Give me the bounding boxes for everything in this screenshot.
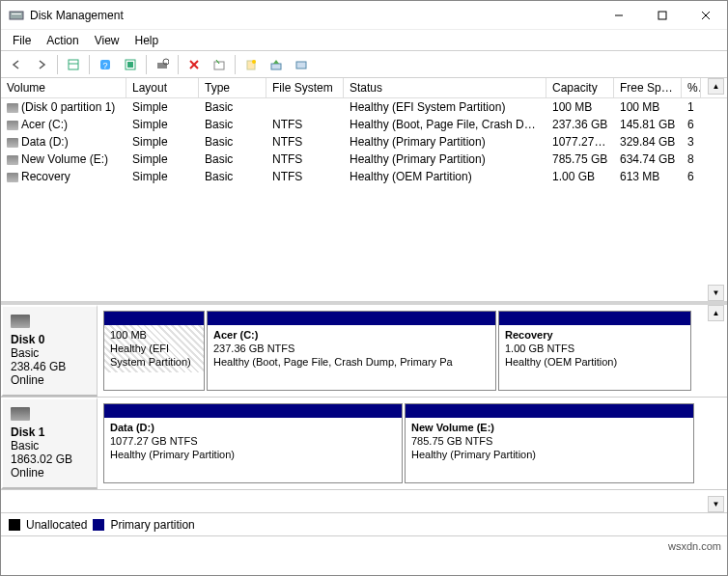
scroll-up-button[interactable]: ▲ bbox=[708, 78, 724, 95]
partition-subtitle: 237.36 GB NTFS bbox=[213, 343, 294, 354]
disk-info[interactable]: Disk 0Basic238.46 GBOnline bbox=[1, 305, 98, 397]
delete-button[interactable] bbox=[182, 53, 206, 76]
partition-subtitle: 100 MB bbox=[110, 329, 147, 341]
col-type[interactable]: Type bbox=[199, 78, 266, 97]
partition-title: Data (D:) bbox=[110, 422, 154, 433]
view-list-button[interactable] bbox=[62, 53, 85, 76]
volume-layout: Simple bbox=[126, 151, 199, 168]
volume-pct: 3 bbox=[682, 133, 701, 151]
maximize-button[interactable] bbox=[640, 1, 684, 29]
volume-row[interactable]: Data (D:)SimpleBasicNTFSHealthy (Primary… bbox=[1, 133, 727, 151]
volume-list-pane[interactable]: Volume Layout Type File System Status Ca… bbox=[1, 78, 727, 305]
partition-subtitle: 1.00 GB NTFS bbox=[505, 343, 574, 354]
disk-graphical-pane[interactable]: Disk 0Basic238.46 GBOnline100 MBHealthy … bbox=[1, 305, 727, 512]
partition-box[interactable]: Recovery1.00 GB NTFSHealthy (OEM Partiti… bbox=[498, 311, 691, 391]
partition-header bbox=[104, 404, 402, 418]
disk-name: Disk 1 bbox=[11, 425, 89, 439]
col-free[interactable]: Free Spa... bbox=[614, 78, 682, 97]
volume-row[interactable]: New Volume (E:)SimpleBasicNTFSHealthy (P… bbox=[1, 151, 727, 168]
mount-button[interactable] bbox=[265, 53, 288, 76]
partition-box[interactable]: 100 MBHealthy (EFI System Partition) bbox=[103, 311, 205, 391]
partition-body: 100 MBHealthy (EFI System Partition) bbox=[104, 325, 204, 372]
partition-box[interactable]: Acer (C:)237.36 GB NTFSHealthy (Boot, Pa… bbox=[207, 311, 496, 391]
volume-row[interactable]: Acer (C:)SimpleBasicNTFSHealthy (Boot, P… bbox=[1, 116, 727, 133]
col-capacity[interactable]: Capacity bbox=[546, 78, 614, 97]
partition-title: New Volume (E:) bbox=[411, 422, 494, 433]
volume-row[interactable]: RecoverySimpleBasicNTFSHealthy (OEM Part… bbox=[1, 168, 727, 185]
volume-name: Data (D:) bbox=[1, 133, 126, 151]
back-button[interactable] bbox=[5, 53, 28, 76]
swatch-primary bbox=[93, 519, 104, 531]
volume-name: (Disk 0 partition 1) bbox=[1, 98, 126, 116]
scroll-down-button[interactable]: ▼ bbox=[708, 496, 724, 512]
refresh-button[interactable] bbox=[119, 53, 142, 76]
disk-icon bbox=[11, 407, 30, 421]
rescan-button[interactable] bbox=[151, 53, 174, 76]
new-button[interactable] bbox=[239, 53, 263, 76]
toolbar: ? bbox=[1, 51, 727, 78]
volume-type: Basic bbox=[199, 98, 266, 116]
col-percent[interactable]: % bbox=[682, 78, 701, 97]
volume-free: 329.84 GB bbox=[614, 133, 682, 151]
volume-type: Basic bbox=[199, 116, 266, 133]
scroll-down-button[interactable]: ▼ bbox=[708, 285, 724, 301]
scroll-up-button[interactable]: ▲ bbox=[708, 305, 724, 321]
volume-fs: NTFS bbox=[266, 133, 344, 151]
volume-status: Healthy (Primary Partition) bbox=[344, 151, 546, 168]
volume-icon bbox=[7, 103, 18, 113]
menu-file[interactable]: File bbox=[5, 32, 39, 49]
partition-title: Recovery bbox=[505, 329, 553, 341]
partition-status: Healthy (Primary Partition) bbox=[411, 449, 536, 460]
volume-capacity: 100 MB bbox=[546, 98, 614, 116]
volume-free: 613 MB bbox=[614, 168, 682, 185]
svg-rect-21 bbox=[296, 62, 306, 69]
col-filesystem[interactable]: File System bbox=[266, 78, 344, 97]
separator bbox=[178, 55, 179, 74]
col-volume[interactable]: Volume bbox=[1, 78, 126, 97]
menu-view[interactable]: View bbox=[87, 32, 127, 49]
disk-icon bbox=[11, 315, 30, 328]
menu-help[interactable]: Help bbox=[127, 32, 167, 49]
legend-unallocated: Unallocated bbox=[26, 518, 87, 532]
disk-partitions: 100 MBHealthy (EFI System Partition)Acer… bbox=[98, 305, 727, 397]
properties-button[interactable] bbox=[208, 53, 231, 76]
col-status[interactable]: Status bbox=[344, 78, 546, 97]
partition-status: Healthy (OEM Partition) bbox=[505, 356, 617, 368]
volume-capacity: 785.75 GB bbox=[546, 151, 614, 168]
disk-name: Disk 0 bbox=[11, 333, 89, 346]
svg-rect-11 bbox=[127, 62, 133, 68]
menu-bar: File Action View Help bbox=[1, 30, 727, 51]
volume-layout: Simple bbox=[126, 116, 199, 133]
partition-title: Acer (C:) bbox=[213, 329, 258, 341]
col-layout[interactable]: Layout bbox=[126, 78, 199, 97]
partition-box[interactable]: Data (D:)1077.27 GB NTFSHealthy (Primary… bbox=[103, 403, 403, 483]
close-button[interactable] bbox=[684, 1, 727, 29]
disk-type: Basic bbox=[11, 346, 89, 360]
forward-button[interactable] bbox=[30, 53, 53, 76]
volume-pct: 8 bbox=[682, 151, 701, 168]
settings-button[interactable] bbox=[290, 53, 313, 76]
volume-row[interactable]: (Disk 0 partition 1)SimpleBasicHealthy (… bbox=[1, 98, 727, 116]
volume-pct: 1 bbox=[682, 98, 701, 116]
svg-marker-20 bbox=[273, 60, 279, 64]
partition-box[interactable]: New Volume (E:)785.75 GB NTFSHealthy (Pr… bbox=[405, 403, 694, 483]
disk-size: 1863.02 GB bbox=[11, 453, 89, 466]
volume-capacity: 237.36 GB bbox=[546, 116, 614, 133]
volume-status: Healthy (EFI System Partition) bbox=[344, 98, 546, 116]
disk-row: Disk 0Basic238.46 GBOnline100 MBHealthy … bbox=[1, 305, 727, 398]
disk-info[interactable]: Disk 1Basic1863.02 GBOnline bbox=[1, 398, 98, 489]
minimize-button[interactable] bbox=[597, 1, 640, 29]
menu-action[interactable]: Action bbox=[39, 32, 86, 49]
volume-free: 100 MB bbox=[614, 98, 682, 116]
volume-icon bbox=[7, 173, 18, 182]
svg-point-18 bbox=[252, 60, 256, 64]
volume-name: Acer (C:) bbox=[1, 116, 126, 133]
volume-capacity: 1.00 GB bbox=[546, 168, 614, 185]
volume-pct: 6 bbox=[682, 168, 701, 185]
volume-pct: 6 bbox=[682, 116, 701, 133]
help-button[interactable]: ? bbox=[94, 53, 117, 76]
partition-header bbox=[104, 312, 204, 325]
volume-name: New Volume (E:) bbox=[1, 151, 126, 168]
separator bbox=[57, 55, 58, 74]
volume-layout: Simple bbox=[126, 98, 199, 116]
